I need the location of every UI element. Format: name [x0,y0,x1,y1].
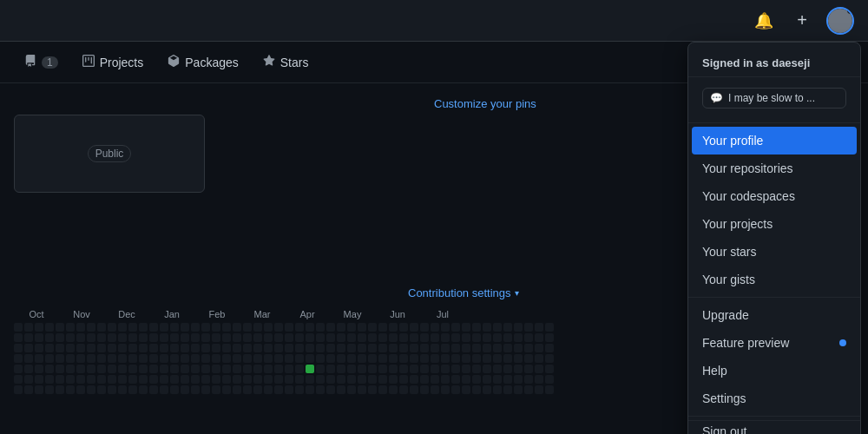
contrib-cell [160,344,168,352]
contrib-cell [14,375,23,384]
contrib-week [35,323,43,394]
divider-3 [688,416,860,417]
nav-item-stars[interactable]: Stars [253,48,319,76]
contrib-cell [399,354,408,363]
dropdown-item-codespaces[interactable]: Your codespaces [688,182,860,210]
contrib-cell [139,333,148,342]
contrib-cell [431,385,439,394]
contrib-week [420,323,429,394]
repo-card: Public [14,115,205,193]
contrib-cell [222,354,231,363]
avatar-dot [847,7,854,14]
contrib-cell [545,385,554,394]
contrib-cell [306,323,314,332]
contrib-cell [56,333,64,342]
contrib-cell [410,323,418,332]
contrib-cell [170,333,179,342]
contrib-cell [337,365,345,373]
dropdown-item-gists[interactable]: Your gists [688,266,860,293]
contrib-cell [306,375,314,384]
contrib-week [431,323,439,394]
avatar-button[interactable] [826,7,854,35]
contrib-cell [451,333,460,342]
contrib-cell [368,344,377,352]
contrib-cell [87,375,95,384]
contrib-cell [212,323,220,332]
dropdown-item-feature-preview[interactable]: Feature preview [688,329,860,357]
contrib-cell [431,375,439,384]
contrib-cell [108,365,116,373]
contrib-cell [431,344,439,352]
notifications-button[interactable]: 🔔 [750,7,778,35]
contrib-cell [441,365,450,373]
dropdown-item-upgrade[interactable]: Upgrade [688,301,860,329]
contrib-cell [253,344,262,352]
contrib-cell [420,365,429,373]
contrib-cell [358,375,366,384]
contrib-cell [274,323,283,332]
contrib-cell [35,375,43,384]
contrib-cell [181,344,189,352]
contrib-cell [472,333,481,342]
contrib-cell [378,333,387,342]
customize-pins-link[interactable]: Customize your pins [434,97,536,110]
dropdown-item-stars[interactable]: Your stars [688,238,860,266]
contrib-cell [76,385,85,394]
contrib-week [316,323,325,394]
public-badge: Public [88,145,132,162]
contrib-cell [108,354,116,363]
dropdown-item-repositories[interactable]: Your repositories [688,155,860,182]
contrib-week [139,323,148,394]
dropdown-item-profile[interactable]: Your profile [692,127,857,155]
dropdown-item-projects[interactable]: Your projects [688,210,860,238]
contrib-cell [128,333,137,342]
contrib-cell [503,344,512,352]
contrib-cell [441,344,450,352]
contrib-cell [524,354,533,363]
contrib-cell [316,323,325,332]
contrib-week [295,323,304,394]
contrib-cell [451,323,460,332]
nav-item-projects[interactable]: Projects [72,48,155,76]
contrib-week [149,323,158,394]
bell-icon: 🔔 [754,11,773,30]
contrib-cell [285,365,293,373]
packages-label: Packages [185,56,238,69]
dropdown-menu: Signed in as daeseji 💬 I may be slow to … [687,42,861,434]
nav-item-packages[interactable]: Packages [157,48,248,76]
contrib-cell [170,385,179,394]
divider-2 [688,297,860,298]
contrib-cell [545,365,554,373]
contrib-week [191,323,200,394]
contrib-cell [358,323,366,332]
slow-btn[interactable]: 💬 I may be slow to ... [702,88,846,108]
create-button[interactable]: + [788,7,816,35]
dropdown-item-settings[interactable]: Settings [688,385,860,412]
contrib-cell [503,354,512,363]
contrib-cell [97,375,106,384]
contrib-cell [410,333,418,342]
contrib-cell [326,333,335,342]
contrib-cell [472,375,481,384]
contrib-week [56,323,64,394]
feature-preview-dot [839,339,846,346]
contrib-cell [420,344,429,352]
contrib-cell [472,323,481,332]
contrib-cell [410,344,418,352]
dropdown-item-help[interactable]: Help [688,357,860,385]
contrib-cell [389,365,398,373]
contrib-cell [243,354,252,363]
dropdown-item-sign-out[interactable]: Sign out [688,420,860,434]
contrib-cell [483,385,491,394]
contrib-cell [389,323,398,332]
contrib-cell [264,333,273,342]
chevron-down-icon: ▾ [515,288,519,298]
nav-item-repos[interactable]: 1 [14,48,69,76]
contrib-cell [545,375,554,384]
contrib-cell [524,333,533,342]
contrib-cell [378,344,387,352]
contribution-settings-link[interactable]: Contribution settings ▾ [408,286,519,299]
contrib-week [472,323,481,394]
contrib-week [243,323,252,394]
contrib-cell [149,323,158,332]
